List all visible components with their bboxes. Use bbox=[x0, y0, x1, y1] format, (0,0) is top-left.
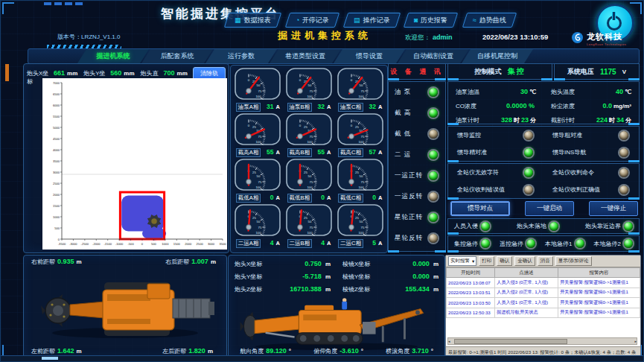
alarm-table-row[interactable]: 2022/06/23 13:03:51人员入侵2 (0正常, 1入侵)开关量报警… bbox=[447, 288, 640, 298]
angle-value: 3.710 bbox=[412, 347, 429, 355]
gauge-unit: A bbox=[275, 240, 279, 247]
button-一键启动[interactable]: 一键启动 bbox=[525, 201, 574, 216]
nav-button-trend-curve[interactable]: ≈趋势曲线 bbox=[462, 13, 517, 28]
nav-button-report[interactable]: ▦数据报表 bbox=[224, 13, 281, 28]
gauge-油泵A相: 0255075100油泵A相31A bbox=[232, 68, 284, 112]
tab-掘进机系统[interactable]: 掘进机系统 bbox=[77, 49, 149, 63]
info-unit: 时 bbox=[609, 117, 615, 124]
alarm-toolbar-button-打印[interactable]: 打印 bbox=[479, 256, 494, 266]
led-label: 炮头靠近边界 bbox=[585, 222, 621, 230]
led-label: 全站仪收到正确值 bbox=[552, 185, 600, 194]
gauge-value: 32 bbox=[366, 103, 376, 110]
angle-unit: ° bbox=[289, 348, 291, 355]
status-led bbox=[624, 222, 633, 231]
tab-惯导设置[interactable]: 惯导设置 bbox=[334, 49, 405, 63]
coord-unit: m bbox=[325, 286, 331, 293]
gauge-label: 截低B相 bbox=[287, 194, 313, 203]
analog-gauge: 0255075100 bbox=[337, 159, 383, 191]
frame-corner-decoration bbox=[2, 2, 14, 14]
info-field-油泵计时: 油泵计时328时23分 bbox=[448, 112, 543, 125]
status-led bbox=[549, 222, 558, 231]
station-led-row: 全站仪无效字符全站仪收到命令 bbox=[448, 164, 639, 181]
gauge-二运C相: 0255075100二运C相5A bbox=[334, 204, 386, 248]
alarm-toolbar-button-确认[interactable]: 确认 bbox=[497, 256, 512, 266]
scroll-left-arrow-icon[interactable]: ◂ bbox=[448, 339, 450, 343]
alarm-table-row[interactable]: 2022/06/23 12:50:33掘进机导航开关状态开关量报警:报警逻辑0-… bbox=[447, 308, 640, 318]
status-led bbox=[429, 109, 438, 118]
coord-value: 0.000 bbox=[381, 273, 430, 280]
tab-运行参数[interactable]: 运行参数 bbox=[205, 49, 277, 63]
tab-自移机尾控制[interactable]: 自移机尾控制 bbox=[462, 49, 533, 63]
coord-field-炮头X坐标: 炮头X坐标0.750m bbox=[229, 260, 337, 268]
coordinate-rows: 炮头X坐标0.750m棱镜X坐标0.000m炮头Y坐标-5.718m棱镜Y坐标0… bbox=[229, 255, 444, 296]
info-label: 截割计时 bbox=[551, 116, 585, 124]
svg-text:25: 25 bbox=[304, 125, 307, 129]
alarm-toolbar: 实时报警▾ 打印确认全确认消音显示/添加评论 bbox=[446, 255, 640, 267]
led-label: 惯导监控 bbox=[457, 131, 481, 139]
status-led bbox=[429, 234, 438, 243]
info-value: 224时34分 bbox=[588, 112, 631, 125]
app-window: 智能掘进集控平台 ▦数据报表◔开停记录▤操作记录◙历史报警≈趋势曲线 版本号：L… bbox=[0, 0, 644, 362]
gauge-label: 二运C相 bbox=[338, 239, 363, 248]
svg-text:75: 75 bbox=[360, 226, 364, 229]
angle-field-俯仰角度: 俯仰角度-3.610° bbox=[313, 347, 363, 355]
operation-record-icon: ▤ bbox=[354, 16, 360, 24]
tab-自动截割设置[interactable]: 自动截割设置 bbox=[398, 49, 469, 63]
scrollbar-thumb[interactable] bbox=[454, 339, 567, 344]
svg-text:-3500: -3500 bbox=[58, 242, 66, 246]
svg-text:75: 75 bbox=[360, 180, 364, 184]
scroll-right-arrow-icon[interactable]: ▸ bbox=[634, 339, 637, 343]
alarm-toolbar-button-消音[interactable]: 消音 bbox=[538, 256, 553, 266]
main-tab-bar: 掘进机系统后配套系统运行参数巷道类型设置惯导设置自动截割设置自移机尾控制 bbox=[28, 48, 640, 64]
svg-text:-2000: -2000 bbox=[92, 242, 101, 246]
logo-text: 龙软科技 bbox=[587, 32, 622, 41]
analog-gauge: 0255075100 bbox=[235, 113, 281, 146]
coord-value: 0.000 bbox=[381, 260, 430, 267]
sensor-info-box: 油泵油温30℃炮头温度40℃CO浓度0.0000 %粉尘浓度0.0mg/m³油泵… bbox=[447, 81, 640, 124]
info-number: 0.0000 % bbox=[506, 102, 535, 109]
svg-text:500: 500 bbox=[54, 226, 60, 230]
svg-text:-500: -500 bbox=[127, 242, 134, 246]
analog-gauge: 0255075100 bbox=[286, 113, 332, 146]
alarm-table-row[interactable]: 2022/06/23 13:03:50人员入侵1 (0正常, 1入侵)开关量报警… bbox=[447, 298, 640, 308]
nav-button-startstop-record[interactable]: ◔开停记录 bbox=[284, 13, 339, 28]
analog-gauge: 0255075100 bbox=[286, 68, 332, 101]
status-led bbox=[619, 168, 628, 177]
estop-本地急停2: 本地急停2 bbox=[594, 239, 633, 248]
coord-unit: m bbox=[433, 286, 439, 293]
alarm-toolbar-button-全确认[interactable]: 全确认 bbox=[514, 256, 535, 266]
gauge-value: 55 bbox=[314, 148, 325, 156]
system-name: 掘进机集控系统 bbox=[278, 29, 372, 42]
device-comm-item-油泵: 油 泵 bbox=[389, 82, 445, 103]
analog-gauge: 0255075100 bbox=[235, 159, 281, 191]
button-一键停止[interactable]: 一键停止 bbox=[589, 201, 638, 216]
svg-text:75: 75 bbox=[360, 89, 364, 93]
cutter-field-unit: mm bbox=[124, 70, 134, 77]
angle-unit: ° bbox=[361, 348, 363, 355]
alarm-table-row[interactable]: 2022/06/23 13:08:07人员入侵3 (0正常, 1入侵)开关量报警… bbox=[447, 278, 640, 288]
control-buttons-row: 惯导对点一键启动一键停止 bbox=[450, 201, 638, 216]
svg-text:6000: 6000 bbox=[53, 104, 60, 107]
status-led bbox=[481, 239, 490, 248]
estop-集控急停: 集控急停 bbox=[454, 239, 490, 248]
dist-label: 右后距帮 bbox=[165, 258, 189, 266]
tab-后配套系统[interactable]: 后配套系统 bbox=[141, 49, 213, 63]
left-edge-accent bbox=[5, 64, 9, 81]
alarm-hscrollbar[interactable]: ◂ ▸ bbox=[447, 337, 637, 345]
svg-text:75: 75 bbox=[360, 135, 364, 139]
alarm-toolbar-button-显示/添加评论[interactable]: 显示/添加评论 bbox=[555, 256, 592, 266]
device-label: 二 运 bbox=[395, 150, 411, 159]
gauge-截低C相: 0255075100截低C相0A bbox=[334, 159, 386, 203]
nav-button-operation-record[interactable]: ▤操作记录 bbox=[343, 13, 401, 28]
svg-text:3000: 3000 bbox=[53, 171, 60, 174]
tab-巷道类型设置[interactable]: 巷道类型设置 bbox=[270, 49, 341, 63]
control-mode-label: 控制模式 bbox=[475, 67, 502, 77]
alarm-filter-select[interactable]: 实时报警▾ bbox=[448, 256, 476, 266]
nav-button-history-alarm[interactable]: ◙历史报警 bbox=[404, 13, 459, 28]
gauge-截高B相: 0255075100截高B相55A bbox=[284, 113, 335, 157]
company-logo: 龙软科技 LongRuan Technologies bbox=[571, 29, 626, 46]
info-unit: ℃ bbox=[529, 89, 536, 95]
button-惯导对点[interactable]: 惯导对点 bbox=[450, 201, 510, 216]
info-number: 23 bbox=[521, 116, 529, 124]
status-led bbox=[624, 239, 633, 248]
